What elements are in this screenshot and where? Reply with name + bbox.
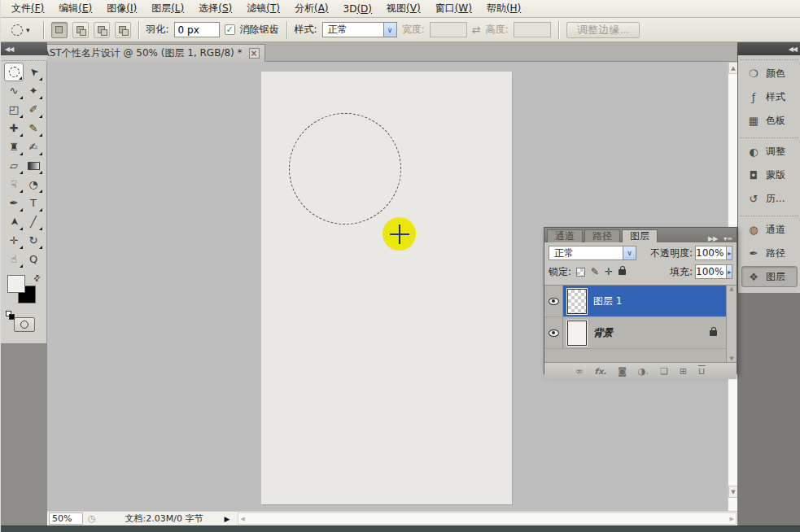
eyedropper-tool[interactable]: ✐	[24, 100, 43, 119]
zoom-level-field[interactable]: 50%	[49, 512, 83, 525]
antialias-checkbox[interactable]: ✓	[225, 24, 235, 35]
magic-wand-tool[interactable]: ✦	[24, 81, 43, 100]
lasso-tool[interactable]: ∿	[4, 81, 24, 100]
lock-pixels-icon[interactable]: ✎	[591, 266, 599, 277]
new-group-icon[interactable]: ❏	[660, 366, 668, 377]
swap-colors-icon[interactable]: ⇄	[31, 273, 42, 284]
pen-tool[interactable]: ✒	[4, 194, 24, 212]
scroll-right-icon[interactable]: ▶	[730, 516, 734, 522]
document-canvas[interactable]	[261, 72, 512, 504]
elliptical-marquee-tool[interactable]	[4, 63, 24, 81]
menu-help[interactable]: 帮助H	[479, 0, 528, 17]
flyout-arrow-icon[interactable]: ▸	[726, 265, 732, 278]
collapse-panel-icon[interactable]: ▶▶	[708, 235, 718, 242]
document-tab[interactable]: FEAST个性名片设计 @ 50% (图层 1, RGB/8) * ×	[25, 44, 265, 62]
layer-name[interactable]: 图层 1	[593, 294, 622, 308]
dock-button-masks[interactable]: ◘蒙版	[741, 164, 798, 185]
tab-channels[interactable]: 通道	[547, 229, 583, 242]
toolbox-drag-handle[interactable]	[1, 55, 47, 61]
link-layers-icon[interactable]: ∞	[575, 366, 583, 377]
clone-stamp-tool[interactable]: ♜	[4, 137, 24, 156]
healing-brush-tool[interactable]: ✚	[4, 119, 24, 137]
visibility-toggle[interactable]	[544, 317, 563, 348]
layer-name[interactable]: 背景	[593, 326, 613, 340]
eraser-tool[interactable]: ▱	[4, 156, 24, 175]
style-select[interactable]: 正常 ∨	[322, 22, 397, 37]
layers-scrollbar[interactable]: ▲ ▼	[726, 286, 737, 362]
dodge-tool[interactable]: ◔	[24, 175, 43, 194]
menu-edit[interactable]: 编辑E	[51, 0, 99, 17]
dock-button-swatches[interactable]: ▦色板	[741, 110, 798, 131]
blend-mode-select[interactable]: 正常 ∨	[549, 246, 636, 260]
move-tool[interactable]: ➤	[24, 63, 43, 81]
menu-view[interactable]: 视图V	[379, 0, 428, 17]
line-tool[interactable]: ╱	[24, 212, 43, 231]
add-layer-mask-icon[interactable]: ◙	[618, 366, 627, 377]
new-layer-icon[interactable]: ⊞	[680, 366, 687, 377]
feather-input[interactable]	[174, 22, 220, 37]
opacity-field[interactable]: 100% ▸	[695, 246, 732, 260]
scroll-up-icon[interactable]: ▲	[729, 286, 733, 292]
panel-menu-icon[interactable]: ▾≡	[723, 235, 732, 242]
dock-button-adjustments[interactable]: ◐调整	[741, 141, 798, 162]
3d-orbit-tool[interactable]: ↻	[24, 231, 43, 250]
history-brush-tool[interactable]: ✍	[24, 137, 43, 156]
swap-dimensions-icon[interactable]: ⇄	[472, 24, 481, 36]
delete-layer-icon[interactable]: ⊔	[698, 366, 706, 377]
menu-filter[interactable]: 滤镜T	[239, 0, 287, 17]
lock-all-icon[interactable]	[619, 269, 626, 275]
menu-layer[interactable]: 图层L	[144, 0, 191, 17]
tab-paths[interactable]: 路径	[584, 229, 620, 242]
layer-thumbnail[interactable]	[567, 289, 587, 314]
layer-style-icon[interactable]: fx.	[595, 367, 607, 376]
dock-collapse-button[interactable]: ◀◀	[737, 42, 800, 55]
toolbox-collapse-button[interactable]: ◀◀	[1, 42, 47, 55]
flyout-arrow-icon[interactable]: ▸	[726, 246, 732, 259]
3d-rotate-tool[interactable]: ✛	[4, 231, 24, 250]
menu-3d[interactable]: 3DD	[336, 2, 380, 16]
dock-drag-handle[interactable]	[740, 133, 799, 138]
dock-button-paths[interactable]: ✒路径	[741, 242, 798, 264]
brush-tool[interactable]: ✎	[24, 119, 43, 137]
menu-analysis[interactable]: 分析A	[287, 0, 336, 17]
selection-mode-subtract-button[interactable]	[94, 22, 110, 38]
dock-button-styles[interactable]: ƒ样式	[741, 86, 798, 107]
scroll-left-icon[interactable]: ◀	[240, 516, 244, 522]
dock-drag-handle[interactable]	[740, 211, 799, 216]
type-tool[interactable]: T	[24, 194, 43, 212]
crop-tool[interactable]: ◰	[4, 100, 24, 119]
dock-drag-handle[interactable]	[740, 55, 799, 60]
dock-button-channels[interactable]: ◍通道	[741, 219, 798, 240]
layer-row-layer1[interactable]: 图层 1	[544, 286, 737, 317]
path-selection-tool[interactable]: ➤	[4, 212, 24, 231]
status-flyout-icon[interactable]: ▶	[225, 515, 230, 523]
dock-button-layers[interactable]: ❖图层	[741, 266, 798, 287]
horizontal-scrollbar[interactable]: ◀ ▶	[238, 512, 737, 525]
dock-button-color[interactable]: ❍颜色	[741, 63, 798, 84]
lock-transparency-icon[interactable]	[576, 268, 585, 277]
scroll-down-icon[interactable]: ▼	[729, 355, 733, 362]
menu-window[interactable]: 窗口W	[428, 0, 479, 17]
gradient-tool[interactable]	[24, 156, 43, 175]
hand-tool[interactable]: ☝	[4, 250, 24, 268]
tool-preset-picker[interactable]: ▾	[6, 22, 36, 38]
smudge-tool[interactable]: ☟	[4, 175, 24, 194]
selection-mode-intersect-button[interactable]	[115, 22, 131, 38]
lock-position-icon[interactable]: ✛	[605, 266, 613, 277]
tab-layers[interactable]: 图层	[622, 229, 658, 242]
adjustment-layer-icon[interactable]: ◑.	[638, 366, 649, 377]
menu-file[interactable]: 文件F	[4, 0, 51, 17]
zoom-tool[interactable]: Q	[24, 250, 43, 268]
fill-field[interactable]: 100% ▸	[695, 264, 732, 279]
selection-mode-add-button[interactable]	[72, 22, 89, 38]
foreground-color-swatch[interactable]	[7, 275, 25, 293]
layer-row-background[interactable]: 背景	[544, 317, 737, 349]
menu-image[interactable]: 图像I	[99, 0, 144, 17]
menu-select[interactable]: 选择S	[191, 0, 239, 17]
layer-thumbnail[interactable]	[567, 321, 587, 346]
selection-mode-new-button[interactable]	[51, 22, 68, 38]
visibility-toggle[interactable]	[544, 286, 563, 316]
quick-mask-button[interactable]	[14, 317, 35, 332]
close-icon[interactable]: ×	[249, 48, 260, 59]
dock-button-history[interactable]: ↺历...	[741, 188, 798, 209]
